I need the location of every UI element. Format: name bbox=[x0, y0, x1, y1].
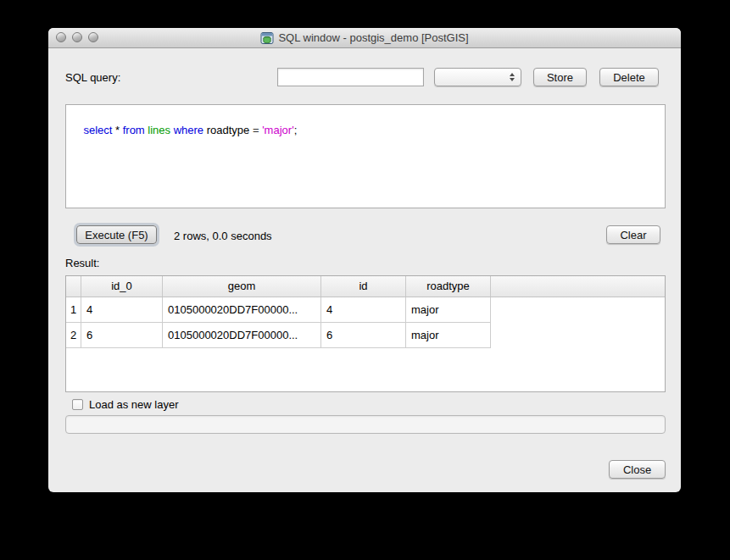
minimize-window-button[interactable] bbox=[72, 32, 82, 42]
cell-id_0[interactable]: 6 bbox=[81, 323, 163, 348]
sql-query-label: SQL query: bbox=[65, 71, 120, 84]
close-window-button[interactable] bbox=[56, 32, 66, 42]
row-number-header bbox=[66, 276, 81, 297]
column-header-geom[interactable]: geom bbox=[163, 276, 321, 297]
stored-query-select[interactable] bbox=[434, 68, 521, 86]
window-controls bbox=[56, 32, 98, 42]
row-number-cell[interactable]: 1 bbox=[66, 297, 81, 323]
header-filler bbox=[491, 276, 665, 297]
sql-window-icon bbox=[260, 31, 274, 45]
query-name-input[interactable] bbox=[277, 68, 424, 86]
clear-button[interactable]: Clear bbox=[606, 225, 660, 244]
close-button[interactable]: Close bbox=[609, 460, 666, 479]
delete-button[interactable]: Delete bbox=[599, 68, 659, 86]
sql-token: 'major' bbox=[262, 124, 293, 136]
column-header-id[interactable]: id bbox=[321, 276, 406, 297]
table-header-row: id_0 geom id roadtype bbox=[66, 276, 665, 297]
desktop: { "window": { "title": "SQL window - pos… bbox=[0, 0, 730, 560]
sql-token: roadtype bbox=[207, 124, 253, 136]
execute-button[interactable]: Execute (F5) bbox=[76, 225, 157, 244]
sql-token: from bbox=[123, 124, 148, 136]
cell-roadtype[interactable]: major bbox=[406, 323, 491, 348]
row-filler bbox=[491, 323, 665, 348]
load-as-new-layer-label[interactable]: Load as new layer bbox=[89, 398, 179, 411]
layer-name-field bbox=[65, 415, 666, 434]
table-row[interactable]: 2 6 0105000020DD7F00000... 6 major bbox=[66, 323, 665, 348]
sql-window: SQL window - postgis_demo [PostGIS] SQL … bbox=[48, 28, 681, 492]
cell-id_0[interactable]: 4 bbox=[81, 297, 163, 323]
cell-geom[interactable]: 0105000020DD7F00000... bbox=[163, 323, 321, 348]
combo-stepper-icon bbox=[505, 73, 518, 81]
cell-id[interactable]: 6 bbox=[321, 323, 406, 348]
load-as-new-layer-checkbox[interactable] bbox=[72, 399, 83, 410]
row-number-cell[interactable]: 2 bbox=[66, 323, 81, 348]
table-row[interactable]: 1 4 0105000020DD7F00000... 4 major bbox=[66, 297, 665, 323]
load-as-new-layer-row: Load as new layer bbox=[72, 398, 179, 411]
result-table: id_0 geom id roadtype 1 4 0105000020DD7F… bbox=[65, 275, 666, 392]
column-header-id_0[interactable]: id_0 bbox=[81, 276, 163, 297]
sql-token: ; bbox=[294, 124, 298, 136]
cell-geom[interactable]: 0105000020DD7F00000... bbox=[163, 297, 321, 323]
cell-id[interactable]: 4 bbox=[321, 297, 406, 323]
column-header-roadtype[interactable]: roadtype bbox=[406, 276, 491, 297]
sql-token: where bbox=[174, 124, 207, 136]
store-button[interactable]: Store bbox=[533, 68, 587, 86]
query-status-text: 2 rows, 0.0 seconds bbox=[174, 230, 272, 242]
row-filler bbox=[491, 297, 665, 323]
result-label: Result: bbox=[65, 257, 99, 269]
sql-token: lines bbox=[148, 124, 173, 136]
sql-editor[interactable]: select * from lines where roadtype = 'ma… bbox=[65, 104, 666, 208]
sql-token: * bbox=[115, 124, 123, 136]
sql-token: = bbox=[253, 124, 262, 136]
cell-roadtype[interactable]: major bbox=[406, 297, 491, 323]
sql-token: select bbox=[83, 124, 115, 136]
title-area: SQL window - postgis_demo [PostGIS] bbox=[48, 28, 681, 47]
zoom-window-button[interactable] bbox=[88, 32, 98, 42]
window-title: SQL window - postgis_demo [PostGIS] bbox=[278, 31, 468, 44]
titlebar[interactable]: SQL window - postgis_demo [PostGIS] bbox=[48, 28, 681, 48]
